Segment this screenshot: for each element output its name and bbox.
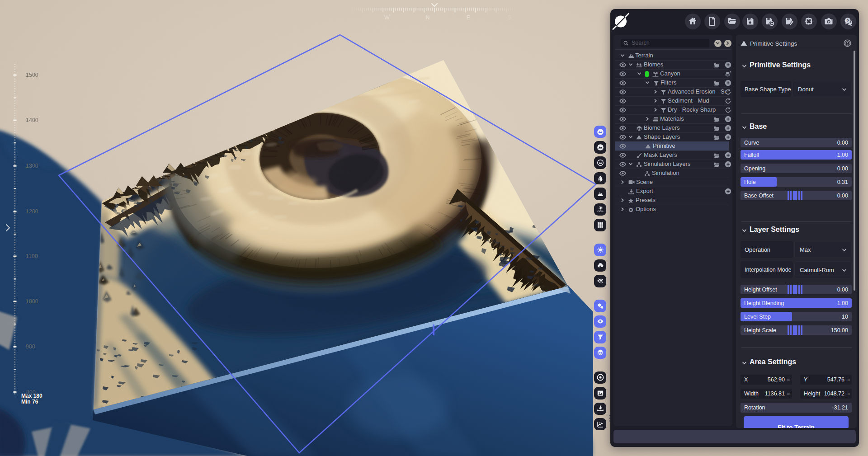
svg-text:?: ? bbox=[846, 18, 849, 23]
